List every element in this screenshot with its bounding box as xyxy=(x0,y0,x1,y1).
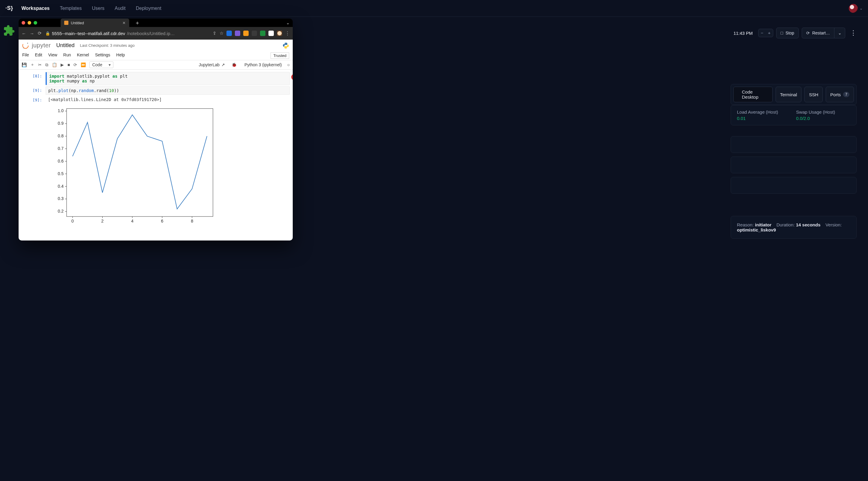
code-cell[interactable]: [8]: import matplotlib.pyplot as plt imp… xyxy=(19,71,293,86)
menu-kernel[interactable]: Kernel xyxy=(77,53,89,59)
nav-deployment[interactable]: Deployment xyxy=(136,6,161,11)
restart-button[interactable]: ⟳ Restart… xyxy=(802,28,834,38)
trusted-indicator[interactable]: Trusted xyxy=(271,53,289,59)
collapsed-panel-3[interactable] xyxy=(731,177,857,194)
browser-toolbar: ← → ⟳ 🔒 5555--main--test--matifali.atif.… xyxy=(19,27,293,40)
extension-puzzle-icon[interactable] xyxy=(252,31,257,36)
stop-label: Stop xyxy=(785,31,794,35)
collapsed-panel-2[interactable] xyxy=(731,157,857,173)
replica-stepper[interactable]: − + xyxy=(758,29,773,37)
input-prompt: [9]: xyxy=(19,86,45,95)
extension-icon[interactable] xyxy=(235,31,240,36)
nav-reload-icon[interactable]: ⟳ xyxy=(38,31,42,36)
restart-kernel-icon[interactable]: ⟳ xyxy=(73,62,77,67)
menu-help[interactable]: Help xyxy=(116,53,125,59)
extension-puzzle-icon xyxy=(3,25,15,37)
run-icon[interactable]: ▶ xyxy=(61,62,64,67)
svg-text:0.3: 0.3 xyxy=(58,196,64,201)
url-host: 5555--main--test--matifali.atif.cdr.dev xyxy=(52,31,125,36)
kernel-name[interactable]: Python 3 (ipykernel) xyxy=(244,62,282,67)
jupyter-menubar: File Edit View Run Kernel Settings Help … xyxy=(19,51,293,60)
app-ports[interactable]: Ports 7 xyxy=(826,87,854,102)
menu-file[interactable]: File xyxy=(22,53,29,59)
app-code-desktop[interactable]: Code Desktop xyxy=(733,87,773,102)
collapsed-panel-1[interactable] xyxy=(731,136,857,153)
extension-icon[interactable] xyxy=(243,31,249,36)
nav-users[interactable]: Users xyxy=(92,6,104,11)
window-close-dot[interactable] xyxy=(22,21,25,25)
checkpoint-text: Last Checkpoint: 3 minutes ago xyxy=(80,43,135,48)
jupyter-toolbar: 💾 ＋ ✂ ⧉ 📋 ▶ ■ ⟳ ⏩ Code JupyterLab ↗ 🐞 Py… xyxy=(19,60,293,70)
workspace-time: 11:43 PM xyxy=(733,31,752,36)
build-duration: 14 seconds xyxy=(796,222,820,227)
profile-avatar-icon[interactable] xyxy=(277,31,282,36)
new-tab-button[interactable]: ＋ xyxy=(135,19,140,26)
tab-overflow-button[interactable]: ⌄ xyxy=(286,21,290,25)
copy-icon[interactable]: ⧉ xyxy=(45,62,48,67)
more-actions-button[interactable]: ⋮ xyxy=(850,29,857,37)
primary-nav: Workspaces Templates Users Audit Deploym… xyxy=(22,6,162,11)
build-info-panel: Reason: initiator Duration: 14 seconds V… xyxy=(731,216,857,239)
extension-icon[interactable] xyxy=(269,31,274,36)
stop-icon: □ xyxy=(781,31,783,35)
stepper-decrement[interactable]: − xyxy=(758,29,766,37)
app-ssh[interactable]: SSH xyxy=(804,87,823,102)
app-terminal[interactable]: Terminal xyxy=(776,87,802,102)
open-jupyterlab-link[interactable]: JupyterLab ↗ xyxy=(199,62,225,67)
extension-icon[interactable] xyxy=(226,31,232,36)
code-editor[interactable]: plt.plot(np.random.rand(10)) xyxy=(45,86,290,95)
address-bar[interactable]: 🔒 5555--main--test--matifali.atif.cdr.de… xyxy=(45,31,175,36)
notebook-title[interactable]: Untitled xyxy=(56,42,75,49)
menu-edit[interactable]: Edit xyxy=(35,53,42,59)
browser-menu-icon[interactable]: ⋮ xyxy=(285,31,290,36)
extension-icon[interactable] xyxy=(260,31,266,36)
nav-forward-icon[interactable]: → xyxy=(30,31,34,36)
run-all-icon[interactable]: ⏩ xyxy=(81,62,86,67)
browser-window: Untitled ✕ ＋ ⌄ ← → ⟳ 🔒 5555--main--test-… xyxy=(19,19,293,241)
star-icon[interactable]: ☆ xyxy=(220,31,223,36)
jupyter-page: jupyter Untitled Last Checkpoint: 3 minu… xyxy=(19,40,293,241)
nav-templates[interactable]: Templates xyxy=(60,6,82,11)
cut-icon[interactable]: ✂ xyxy=(38,62,42,67)
output-cell: [9]: [<matplotlib.lines.Line2D at 0x7fd0… xyxy=(19,95,293,104)
save-icon[interactable]: 💾 xyxy=(22,62,27,67)
workspace-actions: 11:43 PM − + □ Stop ⟳ Restart… ⌄ ⋮ xyxy=(733,28,857,38)
app-logo: ·S} xyxy=(5,5,13,11)
nav-workspaces[interactable]: Workspaces xyxy=(22,6,50,11)
chevron-down-icon: ⌄ xyxy=(838,31,842,35)
svg-text:0.7: 0.7 xyxy=(58,146,64,151)
window-max-dot[interactable] xyxy=(34,21,37,25)
svg-text:6: 6 xyxy=(161,219,163,223)
debugger-icon[interactable]: 🐞 xyxy=(231,62,237,67)
output-prompt: [9]: xyxy=(19,96,45,103)
code-editor[interactable]: import matplotlib.pyplot as plt import n… xyxy=(45,72,290,85)
cell-type-select[interactable]: Code xyxy=(89,62,113,68)
nav-audit[interactable]: Audit xyxy=(115,6,125,11)
share-icon[interactable]: ⇪ xyxy=(213,31,217,36)
svg-text:0: 0 xyxy=(71,219,74,223)
paste-icon[interactable]: 📋 xyxy=(52,62,57,67)
user-menu-caret[interactable]: ⌄ xyxy=(860,6,863,10)
metrics-panel: Load Average (Host) 0.01 Swap Usage (Hos… xyxy=(731,105,857,125)
restart-menu-button[interactable]: ⌄ xyxy=(834,28,845,38)
insert-cell-icon[interactable]: ＋ xyxy=(30,62,34,67)
restart-icon: ⟳ xyxy=(806,31,810,35)
nav-back-icon[interactable]: ← xyxy=(22,31,26,36)
svg-text:4: 4 xyxy=(131,219,133,223)
svg-text:0.8: 0.8 xyxy=(58,133,64,138)
output-plot-cell: 0.20.30.40.50.60.70.80.91.002468 xyxy=(19,104,293,227)
tab-close-icon[interactable]: ✕ xyxy=(122,21,126,25)
menu-view[interactable]: View xyxy=(48,53,57,59)
code-cell[interactable]: [9]: plt.plot(np.random.rand(10)) xyxy=(19,86,293,95)
user-avatar[interactable] xyxy=(849,4,858,13)
stepper-increment[interactable]: + xyxy=(766,29,773,37)
stop-kernel-icon[interactable]: ■ xyxy=(67,62,70,67)
browser-tab[interactable]: Untitled ✕ xyxy=(61,19,129,27)
window-min-dot[interactable] xyxy=(28,21,31,25)
menu-run[interactable]: Run xyxy=(63,53,71,59)
svg-rect-3 xyxy=(67,108,213,217)
tab-title: Untitled xyxy=(71,21,84,25)
menu-settings[interactable]: Settings xyxy=(95,53,111,59)
svg-text:1.0: 1.0 xyxy=(58,108,64,113)
stop-button[interactable]: □ Stop xyxy=(776,28,799,38)
